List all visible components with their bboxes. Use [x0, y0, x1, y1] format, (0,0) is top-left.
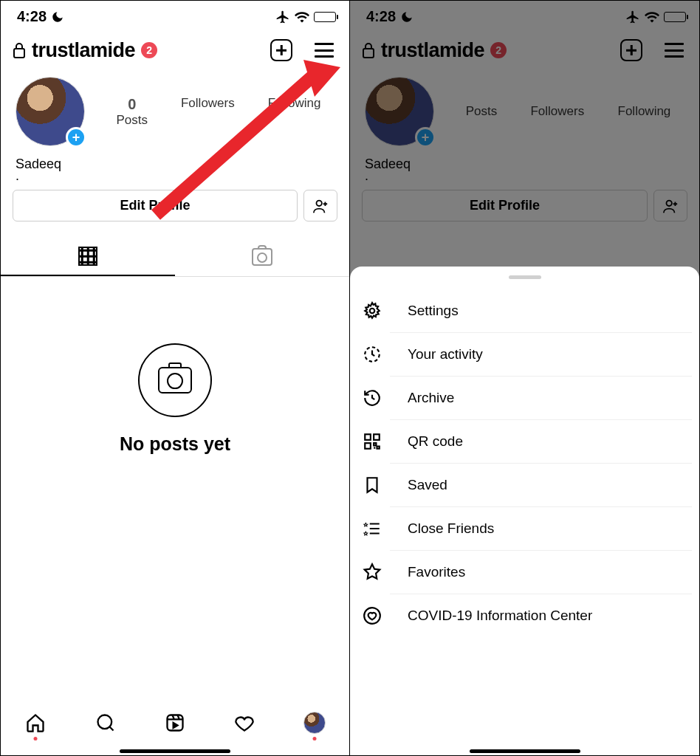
lock-icon [362, 42, 375, 58]
star-icon [362, 562, 382, 583]
sheet-handle[interactable] [509, 275, 541, 279]
notification-badge: 2 [141, 42, 157, 58]
username[interactable]: trustlamide [32, 39, 135, 62]
wifi-icon [295, 11, 309, 23]
lock-icon [13, 42, 26, 58]
nav-reels[interactable] [163, 711, 187, 735]
menu-button[interactable] [661, 37, 687, 63]
home-indicator [120, 749, 230, 753]
profile-info-row: + Posts Followers Following [350, 69, 699, 151]
stat-posts[interactable]: Posts [466, 104, 498, 119]
menu-favorites[interactable]: Favorites [390, 551, 692, 594]
svg-point-7 [667, 200, 672, 205]
nav-home[interactable] [24, 711, 47, 735]
nav-profile[interactable] [303, 711, 326, 735]
hamburger-icon [665, 43, 684, 58]
menu-sheet: Settings Your activity Archive QR code S [350, 267, 699, 755]
plus-icon [270, 39, 292, 61]
svg-rect-12 [365, 443, 371, 449]
status-time: 4:28 [366, 8, 396, 25]
svg-rect-6 [363, 49, 374, 58]
edit-profile-button[interactable]: Edit Profile [13, 190, 298, 221]
stat-posts[interactable]: 0 Posts [116, 96, 148, 128]
svg-rect-0 [14, 49, 24, 58]
profile-screen: 4:28 trustlamide 2 [1, 1, 350, 755]
gear-icon [362, 300, 382, 321]
avatar[interactable]: + [16, 77, 85, 146]
menu-activity[interactable]: Your activity [390, 333, 692, 377]
grid-icon [78, 247, 97, 266]
stat-followers[interactable]: Followers [181, 96, 235, 128]
nav-activity[interactable] [233, 711, 256, 735]
discover-people-button[interactable] [653, 190, 687, 221]
username[interactable]: trustlamide [381, 39, 484, 62]
svg-point-1 [317, 200, 322, 205]
battery-icon [314, 12, 336, 22]
svg-rect-10 [365, 434, 371, 440]
airplane-icon [625, 10, 640, 24]
display-name: Sadeeq [350, 151, 699, 172]
menu-covid-info[interactable]: COVID-19 Information Center [390, 594, 692, 637]
status-bar: 4:28 [350, 1, 699, 28]
discover-people-button[interactable] [303, 190, 337, 221]
bookmark-icon [362, 475, 382, 495]
notification-badge: 2 [490, 42, 507, 58]
nav-search[interactable] [94, 711, 117, 735]
list-star-icon [362, 518, 382, 539]
archive-icon [362, 388, 382, 408]
bio: . [350, 172, 699, 190]
edit-profile-button[interactable]: Edit Profile [362, 190, 648, 221]
profile-tabs [1, 238, 349, 277]
menu-screen: 4:28 trustlamide 2 [350, 1, 699, 755]
wifi-icon [645, 11, 659, 23]
hamburger-icon [315, 43, 334, 58]
create-button[interactable] [268, 37, 295, 63]
stat-following[interactable]: Following [268, 96, 321, 128]
tab-tagged[interactable] [175, 238, 349, 276]
menu-settings[interactable]: Settings [390, 289, 692, 333]
home-indicator [470, 749, 580, 753]
heart-circle-icon [362, 605, 382, 626]
svg-rect-11 [374, 434, 380, 440]
qrcode-icon [362, 431, 382, 452]
create-button[interactable] [618, 37, 645, 63]
add-story-icon[interactable]: + [66, 127, 86, 148]
bio: . [1, 172, 349, 190]
avatar[interactable]: + [365, 77, 434, 146]
svg-point-8 [370, 309, 375, 314]
moon-icon [51, 10, 64, 24]
menu-archive[interactable]: Archive [390, 377, 692, 420]
empty-state: No posts yet [1, 277, 349, 455]
profile-header: trustlamide 2 [350, 28, 699, 69]
camera-icon [138, 343, 212, 417]
svg-point-2 [97, 715, 111, 729]
tagged-icon [252, 248, 272, 266]
clock-icon [362, 344, 382, 365]
add-story-icon[interactable]: + [415, 127, 436, 148]
stat-following[interactable]: Following [618, 104, 671, 119]
status-time: 4:28 [17, 8, 47, 25]
status-bar: 4:28 [1, 1, 349, 28]
menu-qrcode[interactable]: QR code [390, 420, 692, 464]
plus-icon [620, 39, 642, 61]
menu-saved[interactable]: Saved [390, 464, 692, 507]
svg-rect-3 [167, 715, 182, 731]
moon-icon [400, 10, 414, 24]
battery-icon [664, 12, 686, 22]
profile-header: trustlamide 2 [1, 28, 349, 69]
profile-info-row: + 0 Posts Followers Following [1, 69, 349, 151]
stat-followers[interactable]: Followers [530, 104, 584, 119]
tab-grid[interactable] [1, 238, 175, 276]
menu-button[interactable] [311, 37, 337, 63]
bottom-nav [1, 701, 349, 755]
airplane-icon [275, 10, 290, 24]
svg-point-13 [364, 608, 380, 624]
menu-close-friends[interactable]: Close Friends [390, 507, 692, 551]
display-name: Sadeeq [1, 151, 349, 172]
